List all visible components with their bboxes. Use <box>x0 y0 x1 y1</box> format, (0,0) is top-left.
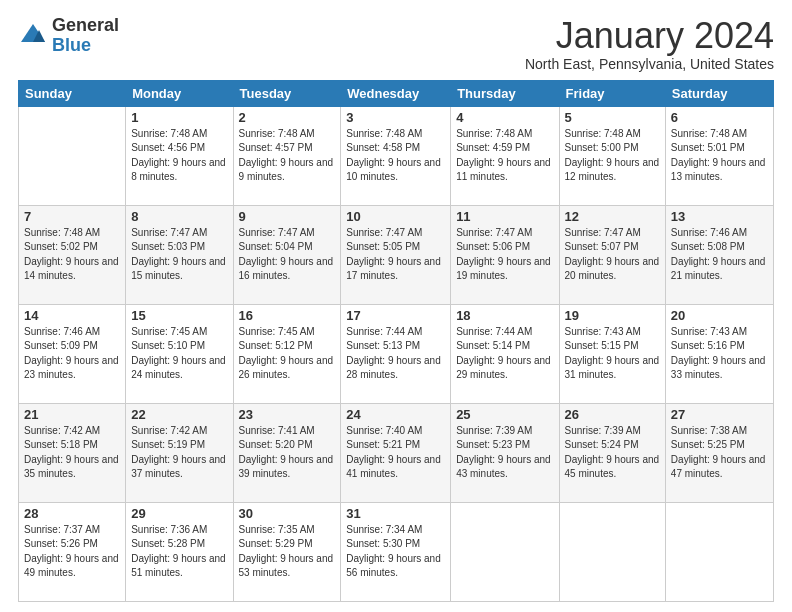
day-number: 13 <box>671 209 768 224</box>
calendar-cell: 19 Sunrise: 7:43 AM Sunset: 5:15 PM Dayl… <box>559 304 665 403</box>
calendar-cell: 29 Sunrise: 7:36 AM Sunset: 5:28 PM Dayl… <box>126 502 233 601</box>
cell-info: Sunrise: 7:48 AM Sunset: 4:59 PM Dayligh… <box>456 127 553 185</box>
calendar-cell: 8 Sunrise: 7:47 AM Sunset: 5:03 PM Dayli… <box>126 205 233 304</box>
daylight-text: Daylight: 9 hours and 45 minutes. <box>565 454 660 480</box>
day-number: 20 <box>671 308 768 323</box>
day-number: 11 <box>456 209 553 224</box>
sunset-text: Sunset: 5:16 PM <box>671 340 745 351</box>
sunrise-text: Sunrise: 7:41 AM <box>239 425 315 436</box>
header-monday: Monday <box>126 80 233 106</box>
sunrise-text: Sunrise: 7:45 AM <box>131 326 207 337</box>
calendar-cell: 1 Sunrise: 7:48 AM Sunset: 4:56 PM Dayli… <box>126 106 233 205</box>
day-number: 10 <box>346 209 445 224</box>
cell-info: Sunrise: 7:43 AM Sunset: 5:15 PM Dayligh… <box>565 325 660 383</box>
calendar-cell: 26 Sunrise: 7:39 AM Sunset: 5:24 PM Dayl… <box>559 403 665 502</box>
sunrise-text: Sunrise: 7:48 AM <box>24 227 100 238</box>
sunset-text: Sunset: 5:04 PM <box>239 241 313 252</box>
day-number: 6 <box>671 110 768 125</box>
sunrise-text: Sunrise: 7:45 AM <box>239 326 315 337</box>
calendar-cell: 4 Sunrise: 7:48 AM Sunset: 4:59 PM Dayli… <box>451 106 559 205</box>
day-number: 25 <box>456 407 553 422</box>
sunset-text: Sunset: 5:03 PM <box>131 241 205 252</box>
daylight-text: Daylight: 9 hours and 35 minutes. <box>24 454 119 480</box>
day-number: 19 <box>565 308 660 323</box>
page-header: General Blue January 2024 North East, Pe… <box>18 16 774 72</box>
cell-info: Sunrise: 7:47 AM Sunset: 5:07 PM Dayligh… <box>565 226 660 284</box>
cell-info: Sunrise: 7:39 AM Sunset: 5:23 PM Dayligh… <box>456 424 553 482</box>
daylight-text: Daylight: 9 hours and 43 minutes. <box>456 454 551 480</box>
daylight-text: Daylight: 9 hours and 21 minutes. <box>671 256 766 282</box>
sunset-text: Sunset: 5:14 PM <box>456 340 530 351</box>
calendar-cell: 6 Sunrise: 7:48 AM Sunset: 5:01 PM Dayli… <box>665 106 773 205</box>
calendar-week-0: 1 Sunrise: 7:48 AM Sunset: 4:56 PM Dayli… <box>19 106 774 205</box>
daylight-text: Daylight: 9 hours and 13 minutes. <box>671 157 766 183</box>
sunrise-text: Sunrise: 7:36 AM <box>131 524 207 535</box>
day-number: 26 <box>565 407 660 422</box>
calendar-table: Sunday Monday Tuesday Wednesday Thursday… <box>18 80 774 602</box>
cell-info: Sunrise: 7:39 AM Sunset: 5:24 PM Dayligh… <box>565 424 660 482</box>
cell-info: Sunrise: 7:36 AM Sunset: 5:28 PM Dayligh… <box>131 523 227 581</box>
calendar-cell: 18 Sunrise: 7:44 AM Sunset: 5:14 PM Dayl… <box>451 304 559 403</box>
calendar-cell: 23 Sunrise: 7:41 AM Sunset: 5:20 PM Dayl… <box>233 403 341 502</box>
calendar-cell <box>665 502 773 601</box>
day-number: 28 <box>24 506 120 521</box>
sunrise-text: Sunrise: 7:47 AM <box>565 227 641 238</box>
sunrise-text: Sunrise: 7:47 AM <box>131 227 207 238</box>
cell-info: Sunrise: 7:37 AM Sunset: 5:26 PM Dayligh… <box>24 523 120 581</box>
calendar-week-3: 21 Sunrise: 7:42 AM Sunset: 5:18 PM Dayl… <box>19 403 774 502</box>
sunset-text: Sunset: 5:05 PM <box>346 241 420 252</box>
calendar-cell: 14 Sunrise: 7:46 AM Sunset: 5:09 PM Dayl… <box>19 304 126 403</box>
logo-blue: Blue <box>52 36 119 56</box>
sunset-text: Sunset: 5:08 PM <box>671 241 745 252</box>
day-number: 31 <box>346 506 445 521</box>
cell-info: Sunrise: 7:44 AM Sunset: 5:14 PM Dayligh… <box>456 325 553 383</box>
day-number: 21 <box>24 407 120 422</box>
daylight-text: Daylight: 9 hours and 8 minutes. <box>131 157 226 183</box>
sunset-text: Sunset: 5:13 PM <box>346 340 420 351</box>
header-saturday: Saturday <box>665 80 773 106</box>
sunset-text: Sunset: 5:02 PM <box>24 241 98 252</box>
sunset-text: Sunset: 4:56 PM <box>131 142 205 153</box>
day-number: 27 <box>671 407 768 422</box>
calendar-cell: 25 Sunrise: 7:39 AM Sunset: 5:23 PM Dayl… <box>451 403 559 502</box>
sunrise-text: Sunrise: 7:48 AM <box>671 128 747 139</box>
month-title: January 2024 <box>525 16 774 56</box>
sunset-text: Sunset: 5:29 PM <box>239 538 313 549</box>
sunset-text: Sunset: 5:23 PM <box>456 439 530 450</box>
sunset-text: Sunset: 5:25 PM <box>671 439 745 450</box>
day-number: 24 <box>346 407 445 422</box>
calendar-cell <box>559 502 665 601</box>
sunset-text: Sunset: 5:24 PM <box>565 439 639 450</box>
cell-info: Sunrise: 7:48 AM Sunset: 4:58 PM Dayligh… <box>346 127 445 185</box>
cell-info: Sunrise: 7:48 AM Sunset: 4:57 PM Dayligh… <box>239 127 336 185</box>
daylight-text: Daylight: 9 hours and 19 minutes. <box>456 256 551 282</box>
sunset-text: Sunset: 5:12 PM <box>239 340 313 351</box>
cell-info: Sunrise: 7:44 AM Sunset: 5:13 PM Dayligh… <box>346 325 445 383</box>
sunrise-text: Sunrise: 7:38 AM <box>671 425 747 436</box>
cell-info: Sunrise: 7:47 AM Sunset: 5:06 PM Dayligh… <box>456 226 553 284</box>
sunset-text: Sunset: 5:19 PM <box>131 439 205 450</box>
sunrise-text: Sunrise: 7:43 AM <box>671 326 747 337</box>
daylight-text: Daylight: 9 hours and 47 minutes. <box>671 454 766 480</box>
day-number: 16 <box>239 308 336 323</box>
daylight-text: Daylight: 9 hours and 33 minutes. <box>671 355 766 381</box>
cell-info: Sunrise: 7:45 AM Sunset: 5:10 PM Dayligh… <box>131 325 227 383</box>
cell-info: Sunrise: 7:35 AM Sunset: 5:29 PM Dayligh… <box>239 523 336 581</box>
logo: General Blue <box>18 16 119 56</box>
day-number: 23 <box>239 407 336 422</box>
sunset-text: Sunset: 5:07 PM <box>565 241 639 252</box>
cell-info: Sunrise: 7:41 AM Sunset: 5:20 PM Dayligh… <box>239 424 336 482</box>
sunrise-text: Sunrise: 7:34 AM <box>346 524 422 535</box>
sunrise-text: Sunrise: 7:42 AM <box>131 425 207 436</box>
calendar-cell: 9 Sunrise: 7:47 AM Sunset: 5:04 PM Dayli… <box>233 205 341 304</box>
daylight-text: Daylight: 9 hours and 16 minutes. <box>239 256 334 282</box>
cell-info: Sunrise: 7:45 AM Sunset: 5:12 PM Dayligh… <box>239 325 336 383</box>
daylight-text: Daylight: 9 hours and 26 minutes. <box>239 355 334 381</box>
day-number: 3 <box>346 110 445 125</box>
day-number: 2 <box>239 110 336 125</box>
weekday-header-row: Sunday Monday Tuesday Wednesday Thursday… <box>19 80 774 106</box>
sunrise-text: Sunrise: 7:47 AM <box>456 227 532 238</box>
day-number: 29 <box>131 506 227 521</box>
daylight-text: Daylight: 9 hours and 24 minutes. <box>131 355 226 381</box>
day-number: 30 <box>239 506 336 521</box>
